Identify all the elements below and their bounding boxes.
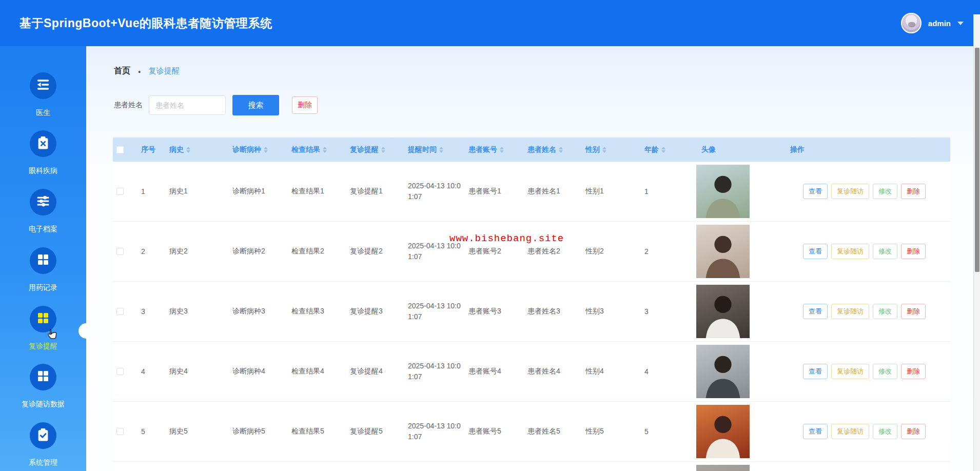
- column-header-10[interactable]: 年龄: [639, 145, 696, 154]
- delete-button[interactable]: 删除: [292, 96, 318, 114]
- vertical-scrollbar[interactable]: [973, 14, 980, 471]
- table-row: 3 病史3 诊断病种3 检查结果3 复诊提醒3 2025-04-13 10:01…: [113, 282, 950, 342]
- grid-icon: [35, 310, 51, 328]
- chevron-down-icon: [957, 22, 964, 25]
- row-checkbox[interactable]: [116, 368, 124, 375]
- cell-reminder-time: 2025-04-13 10:01:07: [408, 421, 465, 442]
- delete-row-button[interactable]: 删除: [901, 184, 926, 199]
- search-button[interactable]: 搜索: [232, 95, 279, 115]
- sidebar-item-label: 眼科疾病: [29, 165, 57, 175]
- breadcrumb-home[interactable]: 首页: [114, 66, 130, 76]
- follow-row-button[interactable]: 复诊随访: [831, 184, 869, 199]
- clipboard-x-icon: [35, 135, 51, 152]
- cell-reminder: 复诊提醒5: [345, 427, 403, 436]
- sidebar-item-3[interactable]: 电子档案: [0, 189, 86, 234]
- sidebar-item-6[interactable]: 复诊随访数据: [0, 364, 86, 409]
- column-header-6[interactable]: 提醒时间: [403, 145, 463, 154]
- delete-row-button[interactable]: 删除: [901, 244, 926, 259]
- row-checkbox[interactable]: [116, 308, 124, 315]
- table-body: 1 病史1 诊断病种1 检查结果1 复诊提醒1 2025-04-13 10:01…: [113, 162, 950, 471]
- sort-carets-icon[interactable]: [381, 147, 385, 153]
- follow-row-button[interactable]: 复诊随访: [831, 364, 869, 379]
- column-header-3[interactable]: 诊断病种: [227, 145, 286, 154]
- sliders-icon: [35, 193, 51, 211]
- cell-reminder: 复诊提醒4: [345, 367, 403, 376]
- sidebar-item-label: 复诊随访数据: [22, 399, 65, 409]
- select-all-checkbox[interactable]: [116, 146, 124, 153]
- view-row-button[interactable]: 查看: [803, 364, 828, 379]
- edit-row-button[interactable]: 修改: [873, 244, 897, 259]
- row-actions: 查看复诊随访修改删除: [785, 364, 950, 379]
- sidebar-item-label: 电子档案: [29, 224, 57, 234]
- user-menu[interactable]: admin: [901, 0, 964, 46]
- row-checkbox[interactable]: [116, 428, 124, 435]
- view-row-button[interactable]: 查看: [803, 304, 828, 319]
- user-avatar[interactable]: [901, 13, 922, 33]
- delete-row-button[interactable]: 删除: [901, 424, 926, 439]
- sidebar-item-7[interactable]: 系统管理: [0, 422, 86, 467]
- sort-carets-icon[interactable]: [602, 147, 606, 153]
- row-actions: 查看复诊随访修改删除: [785, 424, 950, 439]
- column-header-11: 头像: [696, 145, 785, 154]
- edit-row-button[interactable]: 修改: [873, 424, 897, 439]
- column-header-8[interactable]: 患者姓名: [522, 145, 580, 154]
- cell-disease: 诊断病种1: [227, 187, 286, 196]
- cell-reminder-time: 2025-04-13 10:01:07: [408, 181, 465, 202]
- grid-icon: [35, 252, 51, 269]
- sort-carets-icon[interactable]: [500, 147, 504, 153]
- sidebar-item-2[interactable]: 眼科疾病: [0, 130, 86, 175]
- delete-row-button[interactable]: 删除: [901, 364, 926, 379]
- edit-row-button[interactable]: 修改: [873, 364, 897, 379]
- sort-carets-icon[interactable]: [661, 147, 665, 153]
- sidebar-item-1[interactable]: 医生: [0, 72, 86, 117]
- table-row: 5 病史5 诊断病种5 检查结果5 复诊提醒5 2025-04-13 10:01…: [113, 402, 950, 462]
- cell-reminder-time: 2025-04-13 10:01:07: [408, 301, 465, 322]
- cell-reminder-time: 2025-04-13 10:01:07: [408, 361, 465, 382]
- column-header-1: 序号: [136, 145, 164, 154]
- sort-carets-icon[interactable]: [264, 147, 268, 153]
- sort-carets-icon[interactable]: [559, 147, 563, 153]
- patient-name-input[interactable]: [149, 95, 226, 115]
- cell-account: 患者账号3: [463, 307, 522, 316]
- view-row-button[interactable]: 查看: [803, 184, 828, 199]
- cell-reminder: 复诊提醒2: [345, 247, 403, 256]
- cell-history: 病史1: [164, 187, 227, 196]
- cell-reminder: 复诊提醒3: [345, 307, 403, 316]
- follow-row-button[interactable]: 复诊随访: [831, 244, 869, 259]
- view-row-button[interactable]: 查看: [803, 424, 828, 439]
- column-header-2[interactable]: 病史: [164, 145, 227, 154]
- sidebar-item-5[interactable]: 复诊提醒: [0, 306, 86, 351]
- sort-carets-icon[interactable]: [186, 147, 190, 153]
- follow-row-button[interactable]: 复诊随访: [831, 304, 869, 319]
- edit-row-button[interactable]: 修改: [873, 304, 897, 319]
- cell-disease: 诊断病种2: [227, 247, 286, 256]
- cell-age: 2: [639, 247, 696, 256]
- delete-row-button[interactable]: 删除: [901, 304, 926, 319]
- grid-icon: [35, 368, 51, 386]
- table-row: 4 病史4 诊断病种4 检查结果4 复诊提醒4 2025-04-13 10:01…: [113, 342, 950, 402]
- breadcrumb-current[interactable]: 复诊提醒: [148, 66, 179, 76]
- table-header-row: 序号病史诊断病种检查结果复诊提醒提醒时间患者账号患者姓名性别年龄头像操作: [113, 138, 950, 162]
- sort-carets-icon[interactable]: [439, 147, 443, 153]
- sidebar-item-label: 用药记录: [29, 282, 57, 292]
- cell-seq: 2: [136, 247, 164, 256]
- column-header-5[interactable]: 复诊提醒: [345, 145, 403, 154]
- main-content: 首页 ● 复诊提醒 患者姓名 搜索 删除 序号病史诊断病种检查结果复诊提醒提醒时…: [86, 46, 980, 471]
- breadcrumb-separator: ●: [138, 69, 141, 74]
- sidebar-item-4[interactable]: 用药记录: [0, 247, 86, 292]
- column-header-4[interactable]: 检查结果: [286, 145, 345, 154]
- column-header-7[interactable]: 患者账号: [463, 145, 522, 154]
- sidebar-item-label: 系统管理: [29, 457, 57, 467]
- sort-carets-icon[interactable]: [323, 147, 327, 153]
- row-checkbox[interactable]: [116, 188, 124, 195]
- cell-account: 患者账号4: [463, 367, 522, 376]
- topbar: 基于SpringBoot+Vue的眼科患者随访管理系统 admin: [0, 0, 980, 46]
- scrollbar-thumb[interactable]: [975, 48, 979, 272]
- view-row-button[interactable]: 查看: [803, 244, 828, 259]
- column-header-9[interactable]: 性别: [580, 145, 639, 154]
- edit-row-button[interactable]: 修改: [873, 184, 897, 199]
- row-actions: 查看复诊随访修改删除: [785, 304, 950, 319]
- row-checkbox[interactable]: [116, 248, 124, 255]
- follow-row-button[interactable]: 复诊随访: [831, 424, 869, 439]
- cell-gender: 性别1: [580, 187, 639, 196]
